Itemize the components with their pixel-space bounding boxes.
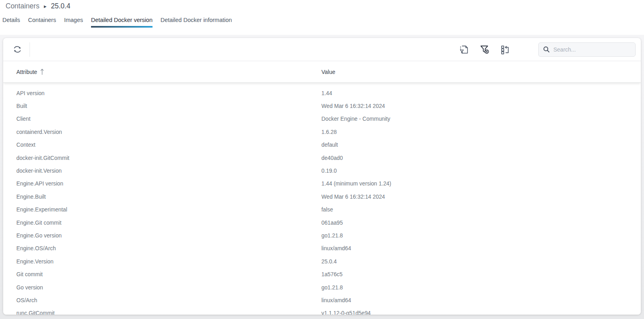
value-cell: default (321, 142, 641, 148)
value-cell: 25.0.4 (321, 259, 641, 265)
attribute-cell: API version (16, 90, 321, 96)
attribute-cell: Built (16, 103, 321, 109)
table-row[interactable]: runc.GitCommit v1.1.12-0-g51d5e94 (3, 307, 641, 315)
attribute-cell: containerd.Version (16, 129, 321, 135)
search-icon (543, 46, 550, 53)
attribute-cell: Engine.API version (16, 181, 321, 187)
table-row[interactable]: Built Wed Mar 6 16:32:14 2024 (3, 100, 641, 112)
sort-ascending-arrow-icon (40, 68, 44, 75)
table-row[interactable]: Git commit 1a576c5 (3, 268, 641, 281)
tab-detailed-docker-version[interactable]: Detailed Docker version (91, 17, 153, 28)
toolbar-right-icons (458, 43, 525, 56)
table-row[interactable]: Client Docker Engine - Community (3, 113, 641, 126)
attribute-cell: Engine.Go version (16, 233, 321, 239)
filter-document-icon (459, 44, 469, 55)
tab-bar: Details Containers Images Detailed Docke… (0, 17, 644, 28)
clear-filter-button[interactable] (478, 43, 491, 56)
table-row[interactable]: Engine.OS/Arch linux/amd64 (3, 242, 641, 255)
value-cell: Wed Mar 6 16:32:14 2024 (321, 103, 641, 109)
content-area: Attribute Value API version 1.44 Built W… (0, 35, 644, 319)
attribute-cell: runc.GitCommit (16, 310, 321, 315)
column-chooser-button[interactable] (499, 44, 511, 56)
table-row[interactable]: Context default (3, 139, 641, 152)
page-header: Containers ► 25.0.4 Details Containers I… (0, 0, 644, 35)
attribute-cell: Engine.Experimental (16, 207, 321, 213)
table-row[interactable]: Go version go1.21.8 (3, 281, 641, 294)
table-row[interactable]: API version 1.44 (3, 87, 641, 100)
tab-containers[interactable]: Containers (28, 17, 56, 28)
table-row[interactable]: OS/Arch linux/amd64 (3, 294, 641, 307)
value-cell: false (321, 207, 641, 213)
value-cell: 1.6.28 (321, 129, 641, 135)
value-cell: Docker Engine - Community (321, 116, 641, 122)
attribute-cell: Context (16, 142, 321, 148)
filter-builder-button[interactable] (458, 44, 470, 56)
value-cell: v1.1.12-0-g51d5e94 (321, 310, 641, 315)
value-cell: linux/amd64 (321, 297, 641, 303)
value-cell: 1a576c5 (321, 271, 641, 277)
table-row[interactable]: Engine.Git commit 061aa95 (3, 216, 641, 229)
value-cell: 1.44 (321, 90, 641, 96)
column-chooser-icon (500, 44, 510, 55)
value-cell: 0.19.0 (321, 168, 641, 174)
value-cell: Wed Mar 6 16:32:14 2024 (321, 194, 641, 200)
tab-detailed-docker-information[interactable]: Detailed Docker information (161, 17, 232, 28)
attribute-cell: Engine.Version (16, 259, 321, 265)
table-row[interactable]: docker-init.Version 0.19.0 (3, 164, 641, 177)
table-body: API version 1.44 Built Wed Mar 6 16:32:1… (3, 83, 641, 315)
attribute-cell: Engine.Git commit (16, 220, 321, 226)
attribute-cell: docker-init.Version (16, 168, 321, 174)
breadcrumb-separator-icon: ► (43, 4, 48, 9)
grid-card: Attribute Value API version 1.44 Built W… (3, 38, 641, 315)
attribute-cell: Go version (16, 285, 321, 291)
attribute-cell: docker-init.GitCommit (16, 155, 321, 161)
table-row[interactable]: docker-init.GitCommit de40ad0 (3, 152, 641, 164)
attribute-cell: Git commit (16, 271, 321, 277)
tab-images[interactable]: Images (64, 17, 83, 28)
table-row[interactable]: Engine.Experimental false (3, 203, 641, 216)
refresh-button[interactable] (11, 43, 24, 56)
clear-filter-icon (479, 44, 490, 55)
search-box (538, 42, 636, 57)
table-header-row: Attribute Value (3, 61, 641, 83)
search-input[interactable] (553, 46, 631, 53)
table-row[interactable]: Engine.Go version go1.21.8 (3, 229, 641, 242)
table-row[interactable]: containerd.Version 1.6.28 (3, 126, 641, 138)
toolbar-divider (30, 42, 30, 57)
attribute-cell: Engine.Built (16, 194, 321, 200)
value-cell: 1.44 (minimum version 1.24) (321, 181, 641, 187)
value-cell: go1.21.8 (321, 233, 641, 239)
attribute-cell: Client (16, 116, 321, 122)
value-cell: 061aa95 (321, 220, 641, 226)
breadcrumb-parent[interactable]: Containers (6, 2, 40, 10)
attribute-cell: OS/Arch (16, 297, 321, 303)
breadcrumb-current: 25.0.4 (51, 2, 71, 10)
grid-toolbar (3, 38, 641, 61)
value-cell: go1.21.8 (321, 285, 641, 291)
table-row[interactable]: Engine.Version 25.0.4 (3, 255, 641, 268)
value-cell: de40ad0 (321, 155, 641, 161)
attribute-cell: Engine.OS/Arch (16, 245, 321, 251)
column-header-attribute-label: Attribute (16, 69, 37, 75)
table-row[interactable]: Engine.Built Wed Mar 6 16:32:14 2024 (3, 190, 641, 203)
table-row[interactable]: Engine.API version 1.44 (minimum version… (3, 177, 641, 190)
tab-details[interactable]: Details (2, 17, 20, 28)
refresh-icon (12, 44, 23, 55)
column-header-value[interactable]: Value (321, 69, 641, 75)
column-header-attribute[interactable]: Attribute (16, 68, 321, 75)
breadcrumb: Containers ► 25.0.4 (0, 0, 644, 10)
value-cell: linux/amd64 (321, 245, 641, 251)
